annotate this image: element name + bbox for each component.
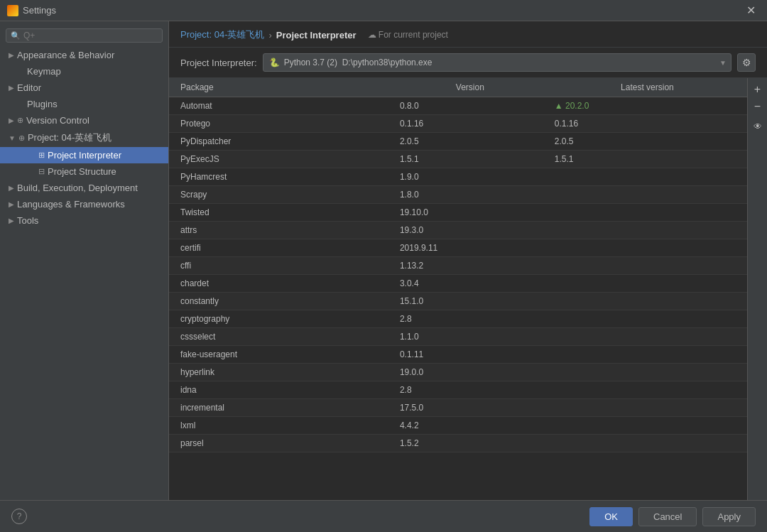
sidebar-label: Project Interpreter [48, 150, 121, 161]
package-latest [548, 257, 747, 275]
package-latest [548, 381, 747, 399]
apply-button[interactable]: Apply [702, 507, 756, 526]
table-area: Package Version Latest version Automat0.… [169, 78, 767, 500]
eye-button[interactable]: 👁 [751, 119, 765, 134]
sidebar-item-0[interactable]: ▶Appearance & Behavior [0, 47, 168, 63]
cancel-button[interactable]: Cancel [638, 507, 697, 526]
package-latest: 2.0.5 [548, 133, 747, 151]
sidebar-label: Build, Execution, Deployment [17, 183, 138, 193]
table-row[interactable]: cffi1.13.2 [169, 257, 747, 275]
package-version: 4.4.2 [393, 417, 548, 435]
table-row[interactable]: Twisted19.10.0 [169, 204, 747, 222]
package-version: 2.8 [393, 381, 548, 399]
table-row[interactable]: idna2.8 [169, 381, 747, 399]
table-row[interactable]: PyExecJS1.5.11.5.1 [169, 151, 747, 168]
table-row[interactable]: lxml4.4.2 [169, 417, 747, 435]
sidebar-item-5[interactable]: ▼⊕Project: 04-英雄飞机 [0, 129, 168, 147]
structure-icon: ⊟ [38, 167, 45, 176]
bottom-bar: ? OK Cancel Apply [0, 500, 767, 532]
table-header-row: Package Version Latest version [169, 78, 747, 97]
ok-button[interactable]: OK [589, 507, 633, 526]
table-row[interactable]: certifi2019.9.11 [169, 239, 747, 257]
package-version: 1.13.2 [393, 257, 548, 275]
package-latest [548, 275, 747, 293]
package-name: PyDispatcher [169, 133, 393, 151]
add-package-button[interactable]: + [751, 82, 765, 97]
sidebar-item-8[interactable]: ▶Build, Execution, Deployment [0, 180, 168, 196]
table-row[interactable]: chardet3.0.4 [169, 275, 747, 293]
breadcrumb-project[interactable]: Project: 04-英雄飞机 [180, 28, 264, 41]
package-latest [548, 417, 747, 435]
package-latest [548, 346, 747, 364]
dropdown-arrow-icon: ▼ [719, 59, 727, 67]
package-name: cffi [169, 257, 393, 275]
bottom-buttons: OK Cancel Apply [589, 507, 756, 526]
project-icon: ⊕ [18, 134, 25, 143]
package-name: fake-useragent [169, 346, 393, 364]
package-latest [548, 239, 747, 257]
breadcrumb-extra: ☁ For current project [368, 30, 448, 40]
table-row[interactable]: cssselect1.1.0 [169, 328, 747, 346]
table-row[interactable]: hyperlink19.0.0 [169, 364, 747, 381]
table-row[interactable]: Scrapy1.8.0 [169, 186, 747, 204]
help-button[interactable]: ? [11, 509, 27, 524]
table-row[interactable]: cryptography2.8 [169, 310, 747, 328]
sidebar-items: ▶Appearance & BehaviorKeymap▶EditorPlugi… [0, 47, 168, 229]
package-latest: 1.5.1 [548, 151, 747, 168]
package-latest [548, 310, 747, 328]
sidebar-item-1[interactable]: Keymap [0, 63, 168, 80]
sidebar-item-4[interactable]: ▶⊕Version Control [0, 112, 168, 129]
breadcrumb-separator: › [268, 30, 271, 40]
package-name: certifi [169, 239, 393, 257]
interpreter-dropdown[interactable]: 🐍 Python 3.7 (2) D:\python38\python.exe … [263, 53, 731, 72]
titlebar-left: Settings [7, 5, 56, 16]
sidebar-label: Languages & Frameworks [17, 199, 125, 210]
sidebar: 🔍 ▶Appearance & BehaviorKeymap▶EditorPlu… [0, 21, 169, 500]
table-row[interactable]: constantly15.1.0 [169, 293, 747, 310]
package-latest [548, 435, 747, 452]
package-version: 0.1.16 [393, 115, 548, 133]
package-version: 3.0.4 [393, 275, 548, 293]
sidebar-label: Plugins [27, 99, 58, 109]
sidebar-label: Project Structure [48, 166, 116, 177]
gear-button[interactable]: ⚙ [737, 53, 756, 72]
sidebar-item-10[interactable]: ▶Tools [0, 212, 168, 229]
sidebar-label: Tools [17, 215, 38, 226]
table-row[interactable]: Protego0.1.160.1.16 [169, 115, 747, 133]
search-input[interactable] [23, 31, 158, 40]
table-row[interactable]: PyHamcrest1.9.0 [169, 168, 747, 186]
package-name: lxml [169, 417, 393, 435]
package-name: cssselect [169, 328, 393, 346]
arrow-icon: ▶ [9, 84, 14, 92]
sidebar-item-6[interactable]: ⊞Project Interpreter [0, 147, 168, 163]
package-name: incremental [169, 399, 393, 417]
package-name: chardet [169, 275, 393, 293]
vcs-icon: ⊕ [17, 116, 23, 125]
packages-table: Package Version Latest version Automat0.… [169, 78, 747, 452]
sidebar-item-7[interactable]: ⊟Project Structure [0, 163, 168, 180]
table-row[interactable]: attrs19.3.0 [169, 222, 747, 239]
sidebar-item-3[interactable]: Plugins [0, 96, 168, 112]
package-latest: ▲ 20.2.0 [548, 97, 747, 115]
version-up-icon: ▲ 20.2.0 [555, 101, 589, 111]
package-version: 1.1.0 [393, 328, 548, 346]
close-button[interactable]: ✕ [742, 2, 760, 18]
sidebar-search[interactable]: 🔍 [6, 28, 163, 43]
package-latest [548, 399, 747, 417]
package-version: 17.5.0 [393, 399, 548, 417]
sidebar-item-2[interactable]: ▶Editor [0, 80, 168, 96]
table-row[interactable]: incremental17.5.0 [169, 399, 747, 417]
package-version: 2.8 [393, 310, 548, 328]
table-row[interactable]: parsel1.5.2 [169, 435, 747, 452]
sidebar-label: Version Control [26, 115, 89, 126]
table-row[interactable]: PyDispatcher2.0.52.0.5 [169, 133, 747, 151]
package-version: 1.9.0 [393, 168, 548, 186]
package-version: 0.1.11 [393, 346, 548, 364]
titlebar: Settings ✕ [0, 0, 767, 21]
sidebar-item-9[interactable]: ▶Languages & Frameworks [0, 196, 168, 212]
interpreter-label: Project Interpreter: [180, 58, 257, 68]
table-row[interactable]: fake-useragent0.1.11 [169, 346, 747, 364]
package-version: 19.10.0 [393, 204, 548, 222]
remove-package-button[interactable]: − [751, 99, 765, 114]
table-row[interactable]: Automat0.8.0▲ 20.2.0 [169, 97, 747, 115]
